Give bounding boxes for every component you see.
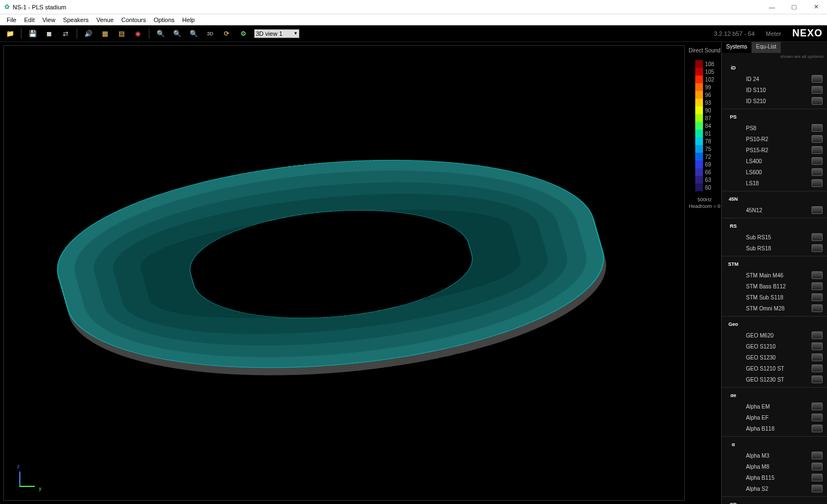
speaker-item[interactable]: GEO S1230 [722,352,827,363]
legend-value: 72 [705,154,711,160]
menu-speakers[interactable]: Speakers [60,17,92,23]
speaker-item[interactable]: Sub RS18 [722,243,827,254]
speaker-thumb-icon [812,293,823,301]
open-icon[interactable]: 📁 [4,28,15,39]
zoom-fit-icon[interactable]: 🔍 [188,28,199,39]
sphere-icon[interactable]: ◉ [132,28,143,39]
group-header: STM [722,259,827,270]
legend-swatch [695,160,703,168]
speaker-item[interactable]: Alpha S2 [722,483,827,494]
speaker-thumb-icon [812,403,823,410]
toolbar: 📁 💾 ◼ ⇄ 🔊 ▦ ▤ ◉ 🔍 🔍 🔍 3D ⟳ ⚙ 3D view 1 ▼… [0,25,827,42]
legend-value: 102 [705,77,715,83]
legend-row: 87 [695,114,715,122]
legend-value: 78 [705,138,711,144]
speaker-item[interactable]: LS400 [722,156,827,167]
box1-icon[interactable]: ▦ [99,28,110,39]
speaker-item[interactable]: PS15-R2 [722,144,827,156]
rotate-icon[interactable]: ⟳ [221,28,232,39]
speaker-label: GEO M620 [746,333,774,339]
speaker-item[interactable]: ID S110 [722,84,827,95]
share-icon[interactable]: ⇄ [60,28,71,39]
speaker-label: PS10-R2 [746,136,769,142]
legend-swatch [695,99,703,106]
speaker-item[interactable]: Alpha EF [722,412,827,423]
speaker-thumb-icon [812,86,823,94]
speaker-label: LS600 [746,169,762,175]
menu-options[interactable]: Options [151,17,178,23]
speaker-item[interactable]: Sub RS15 [722,232,827,243]
speaker-item[interactable]: STM Sub S118 [722,292,827,303]
speaker-item[interactable]: Alpha M8 [722,461,827,472]
speaker-label: ID S210 [746,98,766,104]
settings-icon[interactable]: ⚙ [238,28,249,39]
speaker-item[interactable]: Alpha B118 [722,423,827,434]
speaker-item[interactable]: PS10-R2 [722,133,827,144]
group-header: iD [722,62,827,73]
viewport-3d[interactable]: z y [0,42,688,504]
speaker-icon[interactable]: 🔊 [83,28,94,39]
legend-row: 69 [695,160,715,168]
menu-edit[interactable]: Edit [21,17,38,23]
speaker-item[interactable]: LS600 [722,167,827,178]
speaker-group: RSSub RS15Sub RS18 [722,218,827,256]
speaker-label: Alpha M3 [746,453,769,459]
speaker-thumb-icon [812,124,823,132]
menu-help[interactable]: Help [179,17,198,23]
menu-contours[interactable]: Contours [118,17,149,23]
legend-value: 105 [705,69,715,75]
view-3d-icon[interactable]: 3D [205,28,216,39]
close-button[interactable]: ✕ [809,3,823,10]
speaker-thumb-icon [812,463,823,470]
view-dropdown[interactable]: 3D view 1 ▼ [254,29,299,38]
speaker-item[interactable]: STM Omni M28 [722,303,827,314]
speaker-item[interactable]: LS18 [722,178,827,189]
menu-file[interactable]: File [3,17,20,23]
minimize-button[interactable]: — [765,4,778,10]
speaker-item[interactable]: Alpha EM [722,401,827,412]
speaker-label: STM Omni M28 [746,305,785,312]
zoom-out-icon[interactable]: 🔍 [171,28,182,39]
speaker-item[interactable]: Alpha B115 [722,472,827,483]
speaker-thumb-icon [812,331,823,339]
speaker-item[interactable]: ID S210 [722,95,827,106]
speaker-group: αeAlpha EMAlpha EFAlpha B118 [722,388,827,437]
menu-view[interactable]: View [39,17,59,23]
maximize-button[interactable]: ▢ [787,3,801,10]
speaker-thumb-icon [812,353,823,361]
tab-systems[interactable]: Systems [722,42,751,53]
zoom-in-icon[interactable]: 🔍 [155,28,166,39]
legend-swatch [695,76,703,83]
speaker-thumb-icon [812,485,823,492]
speaker-item[interactable]: GEO M620 [722,330,827,341]
speaker-item[interactable]: GEO S1210 ST [722,363,827,374]
speaker-item[interactable]: STM Bass B112 [722,281,827,292]
speaker-item[interactable]: ID 24 [722,73,827,84]
save-icon[interactable]: 💾 [27,28,38,39]
speaker-item[interactable]: GEO S1230 ST [722,374,827,385]
speaker-label: Alpha B118 [746,426,775,432]
speaker-label: LS18 [746,180,759,186]
speaker-group: αAlpha M3Alpha M8Alpha B115Alpha S2 [722,437,827,497]
legend-value: 75 [705,146,711,152]
speaker-label: ID S110 [746,87,766,93]
speaker-item[interactable]: STM Main M46 [722,270,827,281]
speaker-label: GEO S1210 ST [746,366,784,372]
speaker-item[interactable]: Alpha M3 [722,450,827,461]
brand-icon: Geo [725,320,742,329]
speaker-item[interactable]: 45N12 [722,205,827,216]
menu-venue[interactable]: Venue [93,17,117,23]
units-label: Meter [766,30,781,37]
title-bar: ✿ NS-1 - PLS stadium — ▢ ✕ [0,0,827,14]
speaker-item[interactable]: PS8 [722,122,827,133]
group-header: Geo [722,319,827,330]
brand-icon: 45N [725,195,742,203]
stop-icon[interactable]: ◼ [44,28,55,39]
box2-icon[interactable]: ▤ [116,28,127,39]
speaker-item[interactable]: GEO S1210 [722,341,827,352]
legend-value: 87 [705,115,711,121]
legend-swatch [695,145,703,153]
legend-row: 75 [695,145,715,153]
tab-equ-list[interactable]: Equ-List [751,42,781,53]
legend-frequency: 500Hz [689,197,720,203]
